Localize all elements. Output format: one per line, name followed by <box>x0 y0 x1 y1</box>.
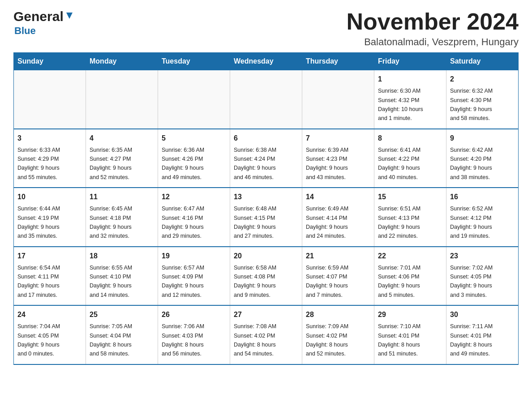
day-info: Sunrise: 7:02 AM Sunset: 4:05 PM Dayligh… <box>450 265 493 298</box>
day-info: Sunrise: 6:38 AM Sunset: 4:24 PM Dayligh… <box>234 147 276 180</box>
day-info: Sunrise: 6:47 AM Sunset: 4:16 PM Dayligh… <box>162 206 204 239</box>
day-info: Sunrise: 6:51 AM Sunset: 4:13 PM Dayligh… <box>378 206 420 239</box>
day-info: Sunrise: 6:42 AM Sunset: 4:20 PM Dayligh… <box>450 147 493 180</box>
day-header-sunday: Sunday <box>14 53 86 70</box>
day-info: Sunrise: 6:35 AM Sunset: 4:27 PM Dayligh… <box>90 147 132 180</box>
day-number: 1 <box>378 74 442 85</box>
day-header-thursday: Thursday <box>302 53 374 70</box>
day-info: Sunrise: 6:32 AM Sunset: 4:30 PM Dayligh… <box>450 88 493 121</box>
week-row-5: 24Sunrise: 7:04 AM Sunset: 4:05 PM Dayli… <box>14 305 519 364</box>
day-number: 22 <box>378 251 442 261</box>
day-cell: 9Sunrise: 6:42 AM Sunset: 4:20 PM Daylig… <box>446 129 519 188</box>
day-cell: 29Sunrise: 7:10 AM Sunset: 4:01 PM Dayli… <box>374 305 446 364</box>
day-header-wednesday: Wednesday <box>230 53 302 70</box>
day-cell: 2Sunrise: 6:32 AM Sunset: 4:30 PM Daylig… <box>446 70 519 129</box>
day-cell: 21Sunrise: 6:59 AM Sunset: 4:07 PM Dayli… <box>302 247 374 306</box>
day-info: Sunrise: 6:45 AM Sunset: 4:18 PM Dayligh… <box>90 206 132 239</box>
day-info: Sunrise: 6:57 AM Sunset: 4:09 PM Dayligh… <box>162 265 204 298</box>
day-cell <box>14 70 86 129</box>
day-cell: 14Sunrise: 6:49 AM Sunset: 4:14 PM Dayli… <box>302 188 374 247</box>
title-block: November 2024 Balatonalmadi, Veszprem, H… <box>347 9 519 48</box>
day-info: Sunrise: 7:05 AM Sunset: 4:04 PM Dayligh… <box>90 323 132 357</box>
day-number: 13 <box>234 192 298 202</box>
day-cell: 20Sunrise: 6:58 AM Sunset: 4:08 PM Dayli… <box>230 247 302 306</box>
day-info: Sunrise: 7:11 AM Sunset: 4:01 PM Dayligh… <box>450 323 493 357</box>
day-number: 19 <box>162 251 226 261</box>
day-cell <box>158 70 230 129</box>
day-cell <box>86 70 158 129</box>
week-row-3: 10Sunrise: 6:44 AM Sunset: 4:19 PM Dayli… <box>14 188 519 247</box>
day-number: 6 <box>234 133 298 144</box>
day-cell: 16Sunrise: 6:52 AM Sunset: 4:12 PM Dayli… <box>446 188 519 247</box>
day-number: 14 <box>306 192 370 202</box>
day-info: Sunrise: 7:04 AM Sunset: 4:05 PM Dayligh… <box>17 323 60 357</box>
day-info: Sunrise: 6:54 AM Sunset: 4:11 PM Dayligh… <box>17 265 60 298</box>
day-header-saturday: Saturday <box>446 53 519 70</box>
day-cell: 4Sunrise: 6:35 AM Sunset: 4:27 PM Daylig… <box>86 129 158 188</box>
day-cell: 30Sunrise: 7:11 AM Sunset: 4:01 PM Dayli… <box>446 305 519 364</box>
day-cell: 5Sunrise: 6:36 AM Sunset: 4:26 PM Daylig… <box>158 129 230 188</box>
day-number: 18 <box>90 251 154 261</box>
week-row-4: 17Sunrise: 6:54 AM Sunset: 4:11 PM Dayli… <box>14 247 519 306</box>
day-cell: 22Sunrise: 7:01 AM Sunset: 4:06 PM Dayli… <box>374 247 446 306</box>
day-number: 2 <box>450 74 515 85</box>
day-info: Sunrise: 6:55 AM Sunset: 4:10 PM Dayligh… <box>90 265 132 298</box>
day-header-tuesday: Tuesday <box>158 53 230 70</box>
logo: General Blue <box>13 9 74 37</box>
calendar-header: SundayMondayTuesdayWednesdayThursdayFrid… <box>14 53 519 70</box>
day-cell: 17Sunrise: 6:54 AM Sunset: 4:11 PM Dayli… <box>14 247 86 306</box>
day-cell: 24Sunrise: 7:04 AM Sunset: 4:05 PM Dayli… <box>14 305 86 364</box>
day-number: 7 <box>306 133 370 144</box>
day-number: 30 <box>450 309 515 320</box>
day-cell: 3Sunrise: 6:33 AM Sunset: 4:29 PM Daylig… <box>14 129 86 188</box>
day-number: 27 <box>234 309 298 320</box>
day-cell: 19Sunrise: 6:57 AM Sunset: 4:09 PM Dayli… <box>158 247 230 306</box>
week-row-1: 1Sunrise: 6:30 AM Sunset: 4:32 PM Daylig… <box>14 70 519 129</box>
calendar-body: 1Sunrise: 6:30 AM Sunset: 4:32 PM Daylig… <box>14 70 519 364</box>
day-number: 23 <box>450 251 515 261</box>
day-info: Sunrise: 7:01 AM Sunset: 4:06 PM Dayligh… <box>378 265 420 298</box>
day-number: 29 <box>378 309 442 320</box>
day-number: 28 <box>306 309 370 320</box>
day-cell: 12Sunrise: 6:47 AM Sunset: 4:16 PM Dayli… <box>158 188 230 247</box>
day-cell: 1Sunrise: 6:30 AM Sunset: 4:32 PM Daylig… <box>374 70 446 129</box>
day-info: Sunrise: 7:10 AM Sunset: 4:01 PM Dayligh… <box>378 323 420 357</box>
day-cell: 8Sunrise: 6:41 AM Sunset: 4:22 PM Daylig… <box>374 129 446 188</box>
day-number: 11 <box>90 192 154 202</box>
day-info: Sunrise: 6:36 AM Sunset: 4:26 PM Dayligh… <box>162 147 204 180</box>
day-number: 3 <box>17 133 82 144</box>
day-number: 17 <box>17 251 82 261</box>
day-cell: 7Sunrise: 6:39 AM Sunset: 4:23 PM Daylig… <box>302 129 374 188</box>
day-info: Sunrise: 7:09 AM Sunset: 4:02 PM Dayligh… <box>306 323 348 357</box>
day-info: Sunrise: 6:39 AM Sunset: 4:23 PM Dayligh… <box>306 147 348 180</box>
day-cell: 10Sunrise: 6:44 AM Sunset: 4:19 PM Dayli… <box>14 188 86 247</box>
day-info: Sunrise: 7:08 AM Sunset: 4:02 PM Dayligh… <box>234 323 276 357</box>
day-info: Sunrise: 6:52 AM Sunset: 4:12 PM Dayligh… <box>450 206 493 239</box>
day-number: 4 <box>90 133 154 144</box>
day-info: Sunrise: 6:48 AM Sunset: 4:15 PM Dayligh… <box>234 206 276 239</box>
day-header-monday: Monday <box>86 53 158 70</box>
calendar-table: SundayMondayTuesdayWednesdayThursdayFrid… <box>13 52 519 365</box>
day-cell: 28Sunrise: 7:09 AM Sunset: 4:02 PM Dayli… <box>302 305 374 364</box>
logo-arrow-icon <box>64 11 74 22</box>
day-info: Sunrise: 6:44 AM Sunset: 4:19 PM Dayligh… <box>17 206 60 239</box>
day-info: Sunrise: 6:41 AM Sunset: 4:22 PM Dayligh… <box>378 147 420 180</box>
day-number: 20 <box>234 251 298 261</box>
day-info: Sunrise: 6:49 AM Sunset: 4:14 PM Dayligh… <box>306 206 348 239</box>
day-number: 8 <box>378 133 442 144</box>
day-header-friday: Friday <box>374 53 446 70</box>
day-cell: 11Sunrise: 6:45 AM Sunset: 4:18 PM Dayli… <box>86 188 158 247</box>
day-cell: 18Sunrise: 6:55 AM Sunset: 4:10 PM Dayli… <box>86 247 158 306</box>
day-number: 26 <box>162 309 226 320</box>
day-cell <box>230 70 302 129</box>
day-cell <box>302 70 374 129</box>
day-info: Sunrise: 6:58 AM Sunset: 4:08 PM Dayligh… <box>234 265 276 298</box>
day-cell: 23Sunrise: 7:02 AM Sunset: 4:05 PM Dayli… <box>446 247 519 306</box>
day-number: 5 <box>162 133 226 144</box>
day-cell: 27Sunrise: 7:08 AM Sunset: 4:02 PM Dayli… <box>230 305 302 364</box>
day-number: 10 <box>17 192 82 202</box>
page-subtitle: Balatonalmadi, Veszprem, Hungary <box>347 36 519 48</box>
day-number: 25 <box>90 309 154 320</box>
day-info: Sunrise: 7:06 AM Sunset: 4:03 PM Dayligh… <box>162 323 204 357</box>
logo-general-text: General <box>13 9 64 24</box>
